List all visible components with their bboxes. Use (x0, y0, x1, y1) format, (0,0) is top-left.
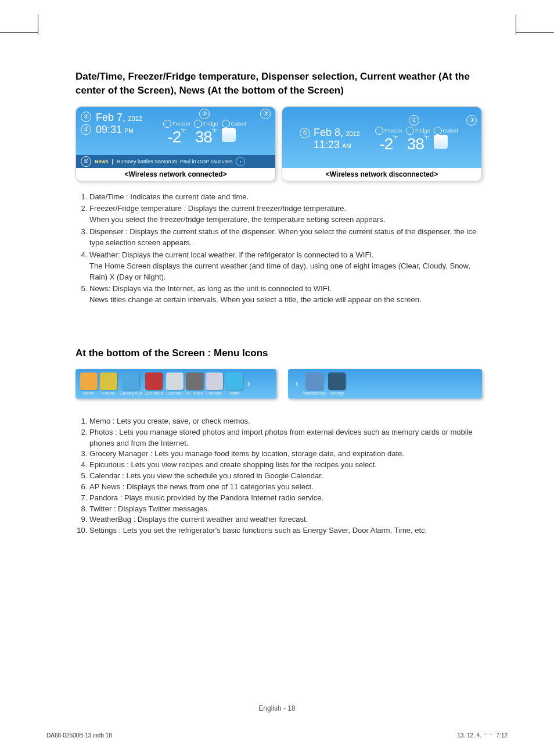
crop-mark (516, 32, 554, 33)
menu-label: Settings (329, 391, 344, 395)
fridge-icon (406, 127, 414, 135)
menu-item-memo[interactable]: Memo (80, 372, 98, 395)
section2-heading: At the bottom of the Screen : Menu Icons (75, 346, 482, 360)
menu-strip-1: MemoPhotosGrocery MgrEpicuriousCalendarA… (75, 369, 276, 399)
callout-3b: ③ (466, 115, 477, 126)
panel2-caption: <Wireless network disconnected> (282, 168, 481, 181)
menu-item-calendar[interactable]: Calendar (166, 372, 184, 395)
footer-date: 13. 12. 4. ᄉᄉ 7:12 (457, 732, 508, 739)
description-list-1: Date/Time : Indicates the current date a… (75, 192, 482, 306)
crop-mark (0, 32, 38, 33)
description-list-2: Memo : Lets you create, save, or check m… (75, 416, 482, 536)
fridge-label: Fridge (194, 120, 218, 128)
menu-item-epicurious[interactable]: Epicurious (145, 372, 164, 395)
callout-5: ⑤ (81, 156, 91, 167)
list-item: Twitter : Displays Twitter messages. (89, 504, 482, 515)
list-item: Pandora : Plays music provided by the Pa… (89, 493, 482, 504)
freezer-label: Freezer (163, 120, 190, 128)
panel-disconnected: ① ② ③ Feb 8, 2012 11:23 AM Freezer -2°F (282, 106, 482, 181)
list-item: News: Displays via the Internet, as long… (89, 284, 482, 306)
callout-2b: ② (409, 115, 419, 126)
date-text: Feb 7, (96, 112, 125, 123)
menu-label: Pandora (206, 391, 221, 395)
cubed-icon (434, 127, 442, 135)
epicurious-icon (145, 372, 163, 390)
photos-icon (100, 372, 117, 390)
callout-4: ④ (81, 112, 91, 122)
callout-3: ③ (260, 109, 271, 119)
news-next-icon: › (236, 157, 245, 166)
menu-item-photos[interactable]: Photos (100, 372, 117, 395)
callout-1: ① (81, 124, 91, 135)
section1-heading: Date/Time, Freezer/Fridge temperature, D… (75, 70, 482, 98)
ampm2-text: AM (343, 143, 351, 149)
news-headline: Romney battles Santorum, Paul in GOP cau… (117, 159, 232, 164)
callout-2: ② (199, 109, 210, 119)
list-item: Photos : Lets you manage stored photos a… (89, 427, 482, 449)
cubed-icon (222, 120, 230, 128)
list-item: Dispenser : Displays the current status … (89, 227, 482, 249)
freezer-temp: -2 (168, 128, 181, 146)
callout-1b: ① (300, 128, 310, 138)
list-item: Epicurious : Lets you view recipes and c… (89, 460, 482, 471)
freezer-icon (163, 120, 171, 128)
menu-label: Photos (102, 391, 115, 395)
menu-item-grocery-mgr[interactable]: Grocery Mgr (120, 372, 142, 395)
cubed-label: Cubed (222, 120, 247, 128)
menu-strip-2: ‹WeatherBugSettings (288, 369, 482, 399)
menu-item-ap-news[interactable]: AP News (186, 372, 203, 395)
time2-text: 11:23 (314, 139, 340, 151)
date2-text: Feb 8, (314, 127, 343, 138)
list-item: Grocery Manager : Lets you manage food i… (89, 449, 482, 460)
menu-label: Grocery Mgr (120, 391, 142, 395)
menu-item-weatherbug[interactable]: WeatherBug (303, 372, 326, 395)
menu-item-twitter[interactable]: Twitter (225, 372, 243, 395)
chevron-right-icon[interactable]: › (245, 378, 253, 389)
footer-page: English - 18 (0, 704, 554, 712)
grocery-mgr-icon (122, 372, 139, 390)
ampm-text: PM (125, 128, 134, 134)
weatherbug-icon (305, 372, 323, 390)
ap-news-icon (186, 372, 203, 390)
list-item: Date/Time : Indicates the current date a… (89, 192, 482, 203)
list-item: Freezer/Fridge temperature : Displays th… (89, 203, 482, 225)
chevron-left-icon[interactable]: ‹ (293, 378, 301, 389)
news-label: News (95, 159, 109, 164)
panel-connected: ④ ① ② ③ Feb 7, 2012 09:31 PM Freezer -2°… (75, 106, 276, 181)
year2-text: 2012 (346, 130, 359, 137)
fridge-label2: Fridge (406, 127, 430, 135)
menu-label: WeatherBug (303, 391, 326, 395)
freezer-label2: Freezer (375, 127, 402, 135)
dispenser-icon (222, 128, 236, 142)
calendar-icon (166, 372, 184, 390)
list-item: Calendar : Lets you view the schedule yo… (89, 471, 482, 482)
menu-label: Twitter (228, 391, 240, 395)
list-item: Weather: Displays the current local weat… (89, 250, 482, 283)
list-item: Memo : Lets you create, save, or check m… (89, 416, 482, 427)
list-item: Settings : Lets you set the refrigerator… (89, 525, 482, 536)
settings-icon (328, 372, 346, 390)
menu-item-settings[interactable]: Settings (328, 372, 346, 395)
freezer-temp2: -2 (380, 135, 393, 153)
pandora-icon (206, 372, 223, 390)
freezer-icon (375, 127, 383, 135)
fridge-temp2: 38 (407, 135, 424, 153)
menu-label: Calendar (166, 391, 182, 395)
footer-file: DA68-02500B-13.indb 18 (46, 732, 112, 739)
list-item: WeatherBug : Displays the current weathe… (89, 514, 482, 525)
panel1-caption: <Wireless network connected> (76, 168, 275, 181)
menu-label: Epicurious (145, 391, 164, 395)
list-item: AP News : Displays the news from one of … (89, 482, 482, 493)
dispenser-icon (434, 135, 448, 149)
twitter-icon (225, 372, 243, 390)
year-text: 2012 (128, 115, 142, 122)
fridge-temp: 38 (195, 128, 212, 146)
fridge-icon (194, 120, 202, 128)
menu-item-pandora[interactable]: Pandora (206, 372, 223, 395)
menu-label: AP News (186, 391, 203, 395)
time-text: 09:31 (96, 124, 122, 135)
cubed-label2: Cubed (434, 127, 459, 135)
memo-icon (80, 372, 98, 390)
menu-label: Memo (83, 391, 94, 395)
